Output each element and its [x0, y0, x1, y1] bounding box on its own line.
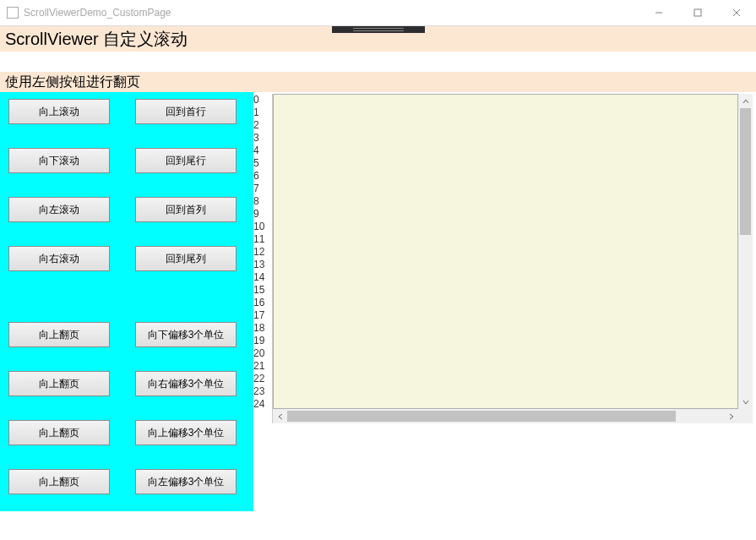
row-number: 23: [253, 385, 272, 398]
vscroll-thumb[interactable]: [740, 108, 751, 235]
page-title-text: ScrollViewer 自定义滚动: [5, 28, 188, 51]
vscroll-track[interactable]: [738, 108, 753, 395]
row-number: 0: [253, 94, 272, 106]
window-titlebar: ScrollViewerDemo_CustomPage: [0, 0, 756, 26]
row-number: 24: [253, 398, 272, 411]
go-first-row-button[interactable]: 回到首行: [135, 99, 237, 124]
row-number: 11: [253, 233, 272, 246]
row-number: 22: [253, 373, 272, 385]
row-number: 13: [253, 259, 272, 271]
minimize-button[interactable]: [639, 0, 678, 25]
scroll-left-arrow-icon[interactable]: [273, 409, 287, 423]
offset-right-3-button[interactable]: 向右偏移3个单位: [135, 371, 237, 396]
row-number: 5: [253, 157, 272, 170]
offset-down-3-button[interactable]: 向下偏移3个单位: [135, 322, 237, 347]
scroll-down-button[interactable]: 向下滚动: [8, 148, 110, 173]
button-panel: 向上滚动 回到首行 向下滚动 回到尾行 向左滚动 回到首列 向右滚动 回到尾列 …: [0, 92, 253, 511]
row-number: 16: [253, 297, 272, 309]
right-area: 0123456789101112131415161718192021222324: [253, 92, 756, 423]
window-title: ScrollViewerDemo_CustomPage: [24, 7, 171, 19]
row-number: 21: [253, 360, 272, 373]
page-subtitle: 使用左侧按钮进行翻页: [0, 72, 756, 92]
group-gap: [8, 295, 237, 298]
button-grid: 向上滚动 回到首行 向下滚动 回到尾行 向左滚动 回到首列 向右滚动 回到尾列 …: [8, 99, 245, 494]
row-number: 19: [253, 335, 272, 347]
close-button[interactable]: [717, 0, 756, 25]
row-numbers: 0123456789101112131415161718192021222324: [253, 94, 272, 423]
go-last-row-button[interactable]: 回到尾行: [135, 148, 237, 173]
page-subtitle-text: 使用左侧按钮进行翻页: [5, 74, 140, 91]
page-up-button-1[interactable]: 向上翻页: [8, 322, 110, 347]
scroll-right-arrow-icon[interactable]: [724, 409, 738, 423]
spacer: [0, 52, 756, 72]
main-area: 向上滚动 回到首行 向下滚动 回到尾行 向左滚动 回到首列 向右滚动 回到尾列 …: [0, 92, 756, 511]
page-up-button-2[interactable]: 向上翻页: [8, 371, 110, 396]
vertical-scrollbar[interactable]: [738, 94, 753, 409]
row-number: 8: [253, 195, 272, 208]
horizontal-scrollbar[interactable]: [273, 409, 738, 423]
row-number: 18: [253, 322, 272, 335]
hscroll-track[interactable]: [287, 409, 724, 423]
row-number: 12: [253, 246, 272, 259]
window-controls: [639, 0, 756, 25]
scroll-up-arrow-icon[interactable]: [738, 94, 753, 108]
row-number: 14: [253, 271, 272, 284]
row-number: 7: [253, 183, 272, 195]
row-number: 15: [253, 284, 272, 297]
row-number: 3: [253, 132, 272, 145]
page-up-button-3[interactable]: 向上翻页: [8, 420, 110, 445]
scroll-up-button[interactable]: 向上滚动: [8, 99, 110, 124]
row-number: 2: [253, 119, 272, 132]
row-number: 10: [253, 221, 272, 233]
row-number: 17: [253, 309, 272, 322]
row-number: 1: [253, 106, 272, 119]
maximize-button[interactable]: [678, 0, 717, 25]
offset-left-3-button[interactable]: 向左偏移3个单位: [135, 469, 237, 494]
row-number: 20: [253, 347, 272, 360]
scroll-left-button[interactable]: 向左滚动: [8, 197, 110, 222]
row-number: 4: [253, 145, 272, 157]
scroll-down-arrow-icon[interactable]: [738, 395, 753, 409]
page-up-button-4[interactable]: 向上翻页: [8, 469, 110, 494]
scroll-content: [273, 94, 738, 409]
hscroll-thumb[interactable]: [287, 411, 676, 422]
scrollviewer: [272, 94, 753, 423]
scroll-corner: [738, 409, 753, 423]
go-last-col-button[interactable]: 回到尾列: [135, 246, 237, 271]
scroll-right-button[interactable]: 向右滚动: [8, 246, 110, 271]
debug-grip[interactable]: [332, 26, 425, 33]
row-number: 6: [253, 170, 272, 183]
go-first-col-button[interactable]: 回到首列: [135, 197, 237, 222]
app-icon: [7, 7, 19, 19]
offset-up-3-button[interactable]: 向上偏移3个单位: [135, 420, 237, 445]
svg-rect-1: [694, 9, 701, 16]
row-number: 9: [253, 208, 272, 221]
